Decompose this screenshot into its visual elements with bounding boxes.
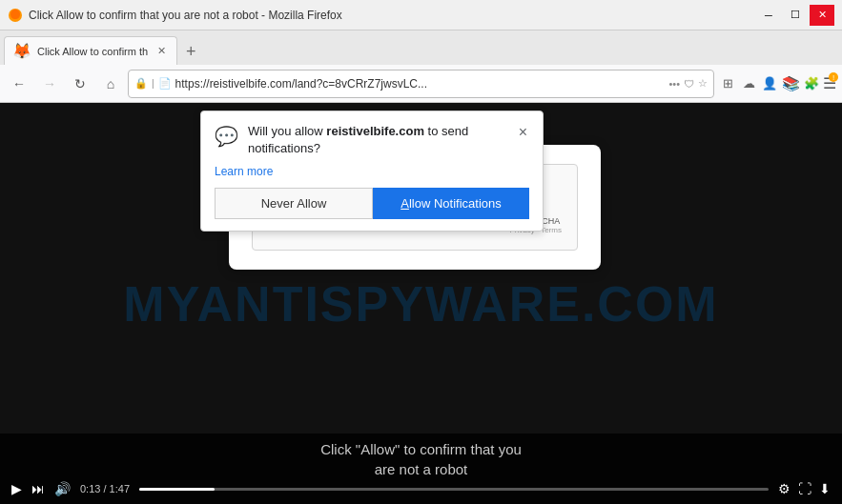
close-window-button[interactable]: ✕ <box>810 5 834 26</box>
settings-button[interactable]: ⚙ <box>778 481 791 496</box>
video-progress-bar[interactable] <box>139 488 769 491</box>
sync-icon[interactable]: ☁ <box>739 74 758 93</box>
popup-close-button[interactable]: × <box>517 123 529 142</box>
browser-window: Click Allow to confirm that you are not … <box>0 0 842 504</box>
popup-header: 💬 Will you allow reistivelbife.com to se… <box>215 123 529 157</box>
video-btn-row: ▶ ⏭ 🔊 0:13 / 1:47 ⚙ ⛶ ⬇ <box>11 481 831 496</box>
download-button[interactable]: ⬇ <box>819 481 831 496</box>
content-area: MYANTISPYWARE.COM 💬 Will you allow reist… <box>0 103 842 504</box>
popup-message-prefix: Will you allow <box>248 124 326 138</box>
menu-button[interactable]: ☰ <box>823 74 836 92</box>
video-text-line1: Click "Allow" to confirm that you <box>11 441 831 457</box>
next-frame-button[interactable]: ⏭ <box>31 481 45 496</box>
address-bar-container: 🔒 | 📄 https://reistivelbife.com/land?c=8… <box>128 70 714 98</box>
video-time-total: 1:47 <box>110 483 130 494</box>
video-time-current: 0:13 <box>80 483 100 494</box>
minimize-button[interactable]: ─ <box>756 5 781 26</box>
nav-right-buttons: ⊞ ☁ 👤 📚 🧩 ☰ <box>718 74 836 93</box>
play-button[interactable]: ▶ <box>11 481 22 496</box>
tab-close-button[interactable]: ✕ <box>154 44 169 59</box>
window-title: Click Allow to confirm that you are not … <box>29 9 342 22</box>
back-button[interactable]: ← <box>6 71 32 97</box>
video-progress-fill <box>139 488 215 491</box>
more-icon: ••• <box>668 78 680 90</box>
address-text[interactable]: https://reistivelbife.com/land?c=8vCRrZ7… <box>175 77 666 91</box>
video-time-sep: / <box>100 483 109 494</box>
allow-notifications-button[interactable]: Allow Notifications <box>373 188 529 219</box>
tab-favicon: 🦊 <box>12 42 31 60</box>
tab-bar: 🦊 Click Allow to confirm th ✕ + <box>0 30 842 65</box>
maximize-button[interactable]: ☐ <box>783 5 808 26</box>
video-controls: Click "Allow" to confirm that you are no… <box>0 433 842 504</box>
popup-message: Will you allow reistivelbife.com to send… <box>248 123 507 157</box>
firefox-icon <box>8 8 23 23</box>
video-time: 0:13 / 1:47 <box>80 483 130 494</box>
popup-buttons: Never Allow Allow Notifications <box>215 188 529 219</box>
shield-icon: 🛡 <box>684 78 694 90</box>
video-text-line2: are not a robot <box>11 461 831 477</box>
video-right-buttons: ⚙ ⛶ ⬇ <box>778 481 831 496</box>
reload-button[interactable]: ↻ <box>67 71 93 97</box>
library-icon[interactable]: 📚 <box>781 74 800 93</box>
home-button[interactable]: ⌂ <box>97 71 124 97</box>
tab-label: Click Allow to confirm th <box>37 46 148 57</box>
lock-icon: | <box>152 78 154 89</box>
title-bar-left: Click Allow to confirm that you are not … <box>8 8 342 23</box>
containers-icon[interactable]: ⊞ <box>718 74 737 93</box>
account-icon[interactable]: 👤 <box>760 74 779 93</box>
allow-notifications-rest: llow Notifications <box>409 196 502 211</box>
new-tab-button[interactable]: + <box>177 38 204 65</box>
volume-button[interactable]: 🔊 <box>54 481 71 496</box>
security-icon: 🔒 <box>134 77 148 90</box>
nav-bar: ← → ↻ ⌂ 🔒 | 📄 https://reistivelbife.com/… <box>0 65 842 103</box>
fullscreen-button[interactable]: ⛶ <box>798 481 811 496</box>
notification-popup: 💬 Will you allow reistivelbife.com to se… <box>200 111 544 232</box>
reader-icon: 📄 <box>158 77 172 90</box>
title-bar-controls: ─ ☐ ✕ <box>756 5 834 26</box>
popup-domain: reistivelbife.com <box>326 124 424 138</box>
learn-more-link[interactable]: Learn more <box>215 165 529 178</box>
active-tab[interactable]: 🦊 Click Allow to confirm th ✕ <box>4 36 177 65</box>
title-bar: Click Allow to confirm that you are not … <box>0 0 842 30</box>
allow-notifications-label: A <box>400 196 409 211</box>
watermark: MYANTISPYWARE.COM <box>123 275 718 333</box>
never-allow-button[interactable]: Never Allow <box>215 188 373 219</box>
notification-icon: 💬 <box>215 125 238 148</box>
extensions-icon[interactable]: 🧩 <box>802 74 821 93</box>
bookmark-icon: ☆ <box>698 77 708 90</box>
forward-button[interactable]: → <box>36 71 63 97</box>
